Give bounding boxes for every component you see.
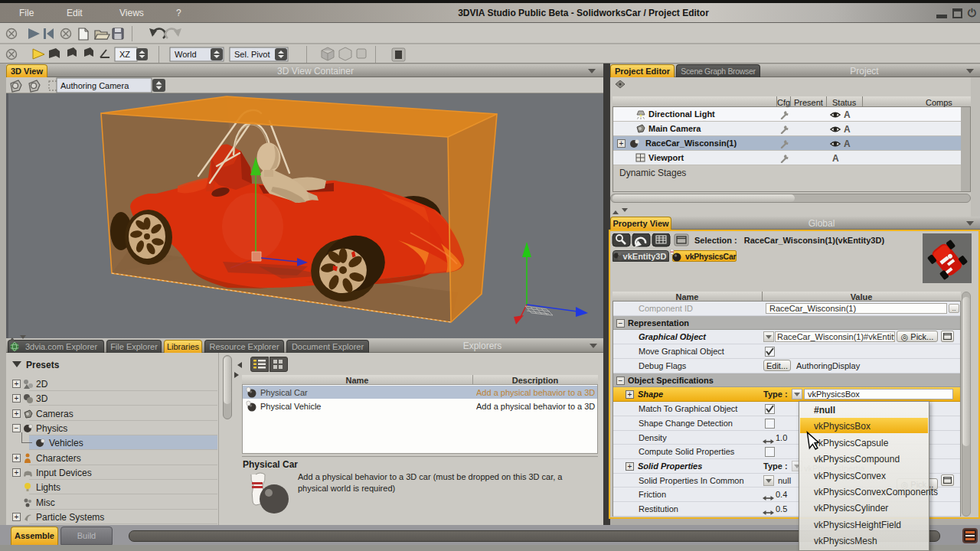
svg-text:Authoring Camera: Authoring Camera bbox=[60, 81, 129, 90]
svg-text:World: World bbox=[175, 50, 197, 59]
svg-text:Sel. Pivot: Sel. Pivot bbox=[234, 50, 270, 59]
svg-text:XZ: XZ bbox=[119, 50, 130, 59]
